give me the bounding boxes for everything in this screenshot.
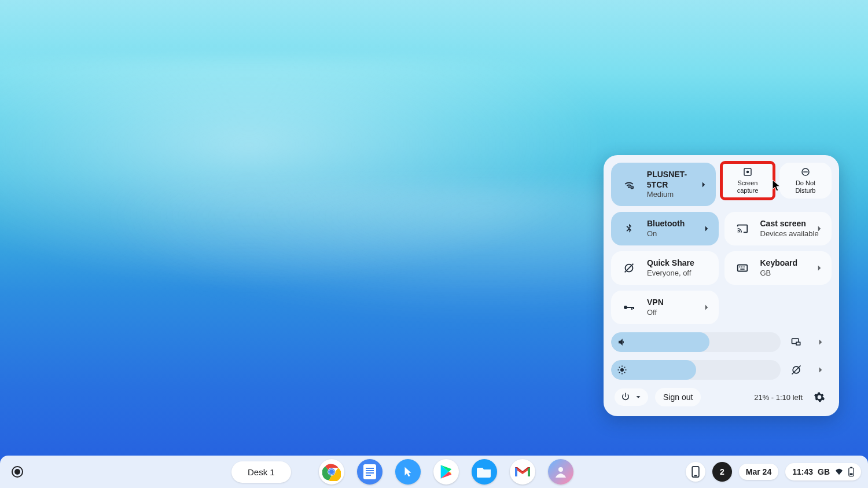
desk-button[interactable]: Desk 1	[231, 461, 291, 483]
quick-share-status: Everyone, off	[647, 269, 694, 278]
notification-count[interactable]: 2	[712, 462, 732, 482]
chrome-app-icon[interactable]	[319, 459, 344, 485]
volume-icon	[617, 337, 627, 347]
svg-rect-15	[633, 307, 634, 309]
svg-line-24	[619, 367, 620, 368]
screen-capture-icon	[742, 167, 753, 177]
wifi-status: Medium	[647, 190, 708, 199]
chevron-right-icon[interactable]	[701, 223, 712, 234]
mouse-cursor	[772, 179, 781, 192]
sign-out-button[interactable]: Sign out	[655, 388, 701, 406]
vpn-title: VPN	[647, 298, 664, 308]
docs-app-icon[interactable]	[357, 459, 382, 485]
chevron-right-icon[interactable]	[812, 361, 829, 379]
vpn-icon	[619, 298, 639, 317]
bluetooth-status: On	[647, 229, 685, 239]
dnd-label-1: Do Not	[796, 179, 815, 186]
wifi-icon	[619, 175, 639, 195]
tray-keyboard-lang: GB	[818, 467, 830, 476]
launcher-button[interactable]	[12, 466, 23, 478]
svg-line-26	[619, 372, 620, 373]
svg-rect-18	[797, 343, 800, 344]
quick-settings-panel: PLUSNET-5TCR Medium Screen capture Do N	[604, 155, 839, 416]
battery-status: 21% - 1:10 left	[754, 393, 803, 402]
battery-icon	[848, 467, 854, 477]
chevron-right-icon[interactable]	[814, 223, 825, 234]
cast-status: Devices available	[760, 229, 819, 239]
svg-rect-39	[515, 467, 517, 476]
svg-rect-37	[366, 472, 374, 474]
dnd-icon	[800, 167, 811, 177]
files-app-icon[interactable]	[472, 459, 497, 485]
svg-point-3	[746, 171, 749, 174]
svg-rect-9	[741, 267, 742, 268]
dnd-tile[interactable]: Do Not Disturb	[779, 163, 832, 199]
screen-capture-tile[interactable]: Screen capture	[722, 163, 774, 199]
cast-tile[interactable]: Cast screen Devices available	[724, 212, 832, 245]
quick-share-icon	[619, 258, 639, 278]
night-light-button[interactable]	[788, 361, 805, 379]
svg-rect-46	[850, 474, 853, 475]
keyboard-title: Keyboard	[760, 258, 798, 269]
svg-rect-10	[743, 267, 744, 268]
tray-time: 11:43	[792, 467, 813, 476]
play-store-icon[interactable]	[433, 459, 459, 485]
volume-slider[interactable]	[611, 332, 781, 352]
user-avatar-icon[interactable]	[548, 459, 573, 485]
screen-capture-label-2: capture	[737, 187, 759, 194]
chevron-right-icon[interactable]	[701, 302, 712, 313]
vpn-status: Off	[647, 308, 664, 317]
wifi-icon	[834, 468, 844, 476]
keyboard-status: GB	[760, 269, 798, 278]
pinned-apps	[319, 459, 573, 485]
date-chip[interactable]: Mar 24	[739, 464, 778, 480]
cursor-app-icon[interactable]	[395, 459, 421, 485]
cast-title: Cast screen	[760, 219, 819, 229]
power-icon	[620, 392, 631, 402]
chevron-right-icon[interactable]	[814, 263, 825, 273]
chevron-down-icon	[634, 393, 642, 401]
brightness-icon	[617, 365, 627, 375]
settings-button[interactable]	[811, 388, 828, 406]
wifi-tile[interactable]: PLUSNET-5TCR Medium	[611, 163, 716, 206]
chevron-right-icon[interactable]	[698, 179, 709, 190]
brightness-slider[interactable]	[611, 360, 781, 380]
keyboard-tile[interactable]: Keyboard GB	[724, 251, 832, 285]
svg-rect-7	[737, 265, 747, 271]
svg-rect-35	[366, 468, 374, 469]
keyboard-icon	[733, 258, 752, 278]
svg-rect-40	[528, 467, 530, 476]
svg-point-33	[329, 469, 334, 474]
svg-rect-1	[631, 186, 632, 188]
svg-rect-8	[739, 267, 740, 268]
svg-rect-34	[363, 464, 376, 479]
svg-rect-14	[631, 307, 632, 310]
gmail-app-icon[interactable]	[510, 459, 535, 485]
screen-capture-label-1: Screen	[738, 179, 758, 186]
svg-point-41	[558, 467, 563, 472]
power-button[interactable]	[615, 388, 648, 406]
svg-rect-38	[366, 475, 371, 476]
svg-rect-45	[850, 467, 852, 468]
dnd-label-2: Disturb	[796, 187, 816, 194]
phone-hub-icon[interactable]	[686, 462, 705, 482]
svg-rect-43	[694, 475, 697, 476]
svg-line-25	[624, 372, 626, 373]
vpn-tile[interactable]: VPN Off	[611, 291, 719, 324]
audio-output-button[interactable]	[788, 333, 805, 351]
bluetooth-title: Bluetooth	[647, 219, 685, 229]
chevron-right-icon[interactable]	[812, 333, 829, 351]
quick-share-tile[interactable]: Quick Share Everyone, off	[611, 251, 719, 285]
bluetooth-icon	[619, 219, 639, 239]
cast-icon	[733, 219, 752, 239]
svg-rect-36	[366, 470, 374, 471]
svg-rect-11	[740, 269, 744, 270]
svg-point-19	[620, 368, 624, 372]
status-tray[interactable]: 11:43 GB	[785, 463, 861, 480]
shelf: Desk 1 2 Mar 24 11:43 GB	[0, 456, 868, 488]
bluetooth-tile[interactable]: Bluetooth On	[611, 212, 719, 245]
svg-rect-13	[627, 307, 634, 308]
quick-share-title: Quick Share	[647, 258, 694, 269]
svg-line-27	[624, 367, 626, 368]
